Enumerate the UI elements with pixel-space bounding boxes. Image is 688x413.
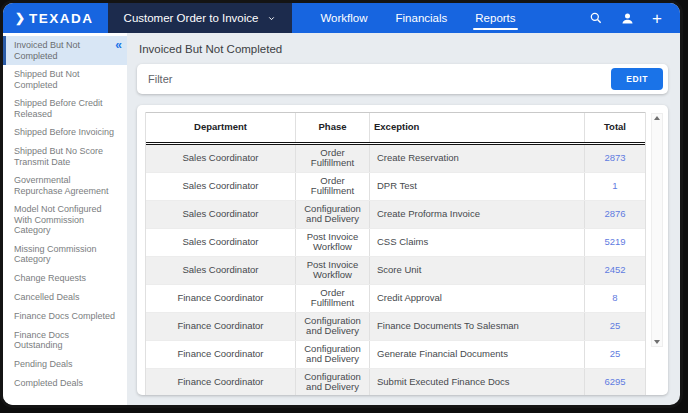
sidebar-item-label: Shipped But Not Completed	[14, 69, 119, 90]
scroll-down-icon[interactable]	[654, 340, 660, 344]
sidebar-item-invoiced-but-not-completed[interactable]: Invoiced But Not Completed «	[3, 36, 127, 65]
report-table-card: Department Phase Exception Total Sales C…	[137, 105, 668, 395]
total-count-link[interactable]: 5219	[604, 237, 625, 248]
cell-exception: Finance Documents To Salesman	[370, 313, 585, 340]
sidebar-item-shipped-before-invoicing[interactable]: Shipped Before Invoicing	[3, 123, 127, 142]
table-row: Finance Coordinator Configuration and De…	[146, 369, 645, 396]
sidebar-item-label: Completed Deals	[14, 378, 83, 389]
total-count-link[interactable]: 2873	[604, 153, 625, 164]
sidebar-item-label: Governmental Repurchase Agreement	[14, 175, 119, 196]
main-panel: Invoiced But Not Completed Filter EDIT D…	[127, 33, 680, 405]
filter-label: Filter	[148, 73, 611, 85]
app-header: ❯ TEXADA Customer Order to Invoice Workf…	[3, 3, 680, 33]
vertical-scrollbar[interactable]	[651, 113, 663, 347]
total-count-link[interactable]: 25	[610, 321, 621, 332]
sidebar-item-label: Cancelled Deals	[14, 292, 80, 303]
column-header-department[interactable]: Department	[146, 113, 296, 142]
sidebar-item-label: Change Requests	[14, 273, 86, 284]
sidebar-item-label: Missing Commission Category	[14, 244, 119, 265]
sidebar-item-label: Shipped But No Score Transmit Date	[14, 146, 119, 167]
cell-exception: Credit Approval	[370, 285, 585, 312]
texada-logo[interactable]: ❯ TEXADA	[3, 3, 108, 33]
cell-exception: CSS Claims	[370, 229, 585, 256]
cell-department: Finance Coordinator	[146, 369, 296, 396]
sidebar-item-shipped-but-not-completed[interactable]: Shipped But Not Completed	[3, 65, 127, 94]
cell-exception: Score Unit	[370, 257, 585, 284]
cell-department: Sales Coordinator	[146, 173, 296, 200]
tab-workflow[interactable]: Workflow	[306, 3, 381, 33]
cell-department: Finance Coordinator	[146, 285, 296, 312]
sidebar-item-completed-deals[interactable]: Completed Deals	[3, 374, 127, 393]
total-count-link[interactable]: 8	[612, 293, 617, 304]
table-scroll-region: Department Phase Exception Total Sales C…	[137, 105, 668, 395]
header-icons: +	[589, 3, 680, 33]
scroll-up-icon[interactable]	[654, 116, 660, 120]
table-row: Finance Coordinator Configuration and De…	[146, 313, 645, 340]
cell-phase: Post Invoice Workflow	[296, 229, 370, 256]
sidebar-collapse-icon[interactable]: «	[115, 38, 122, 52]
sidebar-item-label: Pending Deals	[14, 359, 73, 370]
reports-sidebar: Invoiced But Not Completed « Shipped But…	[3, 33, 127, 405]
table-row: Sales Coordinator Configuration and Deli…	[146, 201, 645, 228]
sidebar-item-governmental-repurchase-agreement[interactable]: Governmental Repurchase Agreement	[3, 171, 127, 200]
total-count-link[interactable]: 2876	[604, 209, 625, 220]
total-count-link[interactable]: 1	[612, 181, 617, 192]
column-header-exception[interactable]: Exception	[370, 113, 585, 142]
total-count-link[interactable]: 6295	[604, 377, 625, 388]
cell-department: Sales Coordinator	[146, 201, 296, 228]
report-table: Department Phase Exception Total Sales C…	[145, 112, 646, 395]
sidebar-item-finance-docs-completed[interactable]: Finance Docs Completed	[3, 307, 127, 326]
sidebar-item-label: Shipped Before Credit Released	[14, 98, 119, 119]
sidebar-item-missing-commission-category[interactable]: Missing Commission Category	[3, 240, 127, 269]
cell-department: Sales Coordinator	[146, 229, 296, 256]
cell-phase: Configuration and Delivery	[296, 341, 370, 368]
tab-reports[interactable]: Reports	[461, 3, 529, 33]
cell-exception: Create Reservation	[370, 145, 585, 172]
logo-chevron-icon: ❯	[15, 11, 25, 25]
search-icon[interactable]	[589, 11, 603, 25]
sidebar-item-label: Finance Docs Completed	[14, 311, 115, 322]
table-row: Finance Coordinator Order Fulfillment Cr…	[146, 284, 645, 313]
cell-phase: Configuration and Delivery	[296, 369, 370, 396]
cell-phase: Order Fulfillment	[296, 285, 370, 312]
logo-text: TEXADA	[29, 11, 94, 26]
app-menu-label: Customer Order to Invoice	[124, 12, 259, 24]
sidebar-item-change-requests[interactable]: Change Requests	[3, 269, 127, 288]
chevron-down-icon	[267, 14, 276, 23]
filter-bar: Filter EDIT	[137, 64, 668, 94]
table-row: Sales Coordinator Order Fulfillment DPR …	[146, 172, 645, 201]
tab-label: Workflow	[320, 12, 367, 24]
sidebar-item-shipped-before-credit-released[interactable]: Shipped Before Credit Released	[3, 94, 127, 123]
total-count-link[interactable]: 25	[610, 349, 621, 360]
add-icon[interactable]: +	[652, 10, 662, 27]
sidebar-item-finance-docs-outstanding[interactable]: Finance Docs Outstanding	[3, 326, 127, 355]
tab-financials[interactable]: Financials	[382, 3, 462, 33]
table-row: Sales Coordinator Order Fulfillment Crea…	[146, 145, 645, 172]
edit-filter-button[interactable]: EDIT	[611, 68, 663, 90]
page-title: Invoiced But Not Completed	[139, 43, 668, 55]
cell-department: Sales Coordinator	[146, 145, 296, 172]
column-header-total[interactable]: Total	[585, 113, 645, 142]
tab-label: Financials	[396, 12, 448, 24]
cell-phase: Order Fulfillment	[296, 173, 370, 200]
user-icon[interactable]	[620, 11, 635, 26]
tab-label: Reports	[475, 12, 515, 24]
nav-tabs: Workflow Financials Reports	[306, 3, 529, 33]
cell-exception: Generate Financial Documents	[370, 341, 585, 368]
app-menu-dropdown[interactable]: Customer Order to Invoice	[108, 3, 293, 33]
cell-exception: Submit Executed Finance Docs	[370, 369, 585, 396]
cell-phase: Configuration and Delivery	[296, 201, 370, 228]
cell-exception: Create Proforma Invoice	[370, 201, 585, 228]
cell-phase: Configuration and Delivery	[296, 313, 370, 340]
table-body: Sales Coordinator Order Fulfillment Crea…	[146, 145, 645, 396]
app-window: ❯ TEXADA Customer Order to Invoice Workf…	[3, 3, 680, 405]
sidebar-item-pending-deals[interactable]: Pending Deals	[3, 355, 127, 374]
column-header-phase[interactable]: Phase	[296, 113, 370, 142]
cell-phase: Post Invoice Workflow	[296, 257, 370, 284]
sidebar-item-label: Finance Docs Outstanding	[14, 330, 119, 351]
sidebar-item-model-not-configured[interactable]: Model Not Configured With Commission Cat…	[3, 200, 127, 240]
cell-exception: DPR Test	[370, 173, 585, 200]
sidebar-item-cancelled-deals[interactable]: Cancelled Deals	[3, 288, 127, 307]
sidebar-item-shipped-but-no-score-transmit-date[interactable]: Shipped But No Score Transmit Date	[3, 142, 127, 171]
total-count-link[interactable]: 2452	[604, 265, 625, 276]
